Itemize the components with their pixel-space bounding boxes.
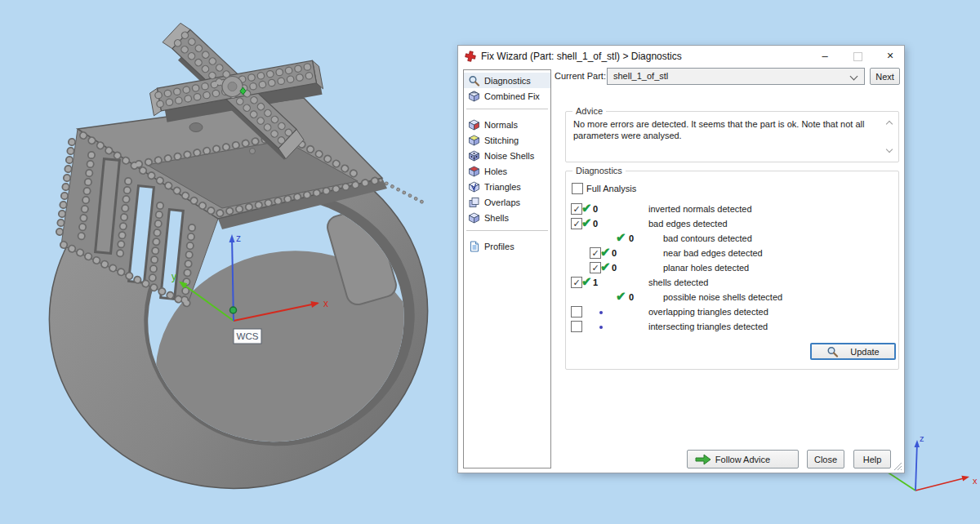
sidebar-item-diagnostics[interactable]: Diagnostics (464, 73, 550, 88)
ok-check-icon: ✔ (616, 230, 626, 245)
follow-advice-button[interactable]: Follow Advice (687, 450, 799, 468)
diagnostic-count: 1 (593, 278, 598, 287)
green-arrow-icon (694, 454, 712, 465)
diagnostic-checkbox[interactable]: ✓ (590, 262, 601, 273)
sidebar-item-label: Normals (484, 120, 518, 130)
diagnostic-row: ✓✔0inverted normals detected (566, 202, 898, 217)
sidebar-separator (466, 109, 548, 109)
full-analysis-checkbox[interactable] (572, 183, 583, 194)
sidebar-item-overlaps[interactable]: Overlaps (464, 194, 550, 210)
sidebar-item-normals[interactable]: Normals (464, 117, 550, 132)
diagnostic-count: 0 (612, 248, 617, 258)
ok-check-icon: ✔ (616, 289, 626, 304)
cube-red-face-icon (468, 119, 480, 131)
diagnostic-label: inverted normals detected (648, 204, 752, 214)
advice-title: Advice (572, 106, 606, 116)
sidebar-item-label: Combined Fix (484, 91, 540, 101)
document-icon (468, 241, 480, 252)
maximize-button[interactable] (845, 46, 870, 67)
diagnostic-checkbox[interactable]: ✓ (590, 247, 601, 259)
sidebar-item-label: Stitching (484, 135, 519, 145)
follow-advice-label: Follow Advice (715, 455, 770, 464)
diagnostic-label: near bad edges detected (663, 248, 763, 258)
scroll-down-icon[interactable] (886, 146, 893, 153)
diagnostics-groupbox: Diagnostics Full Analysis ✓✔0inverted no… (565, 171, 899, 370)
chevron-down-icon (850, 73, 858, 81)
scroll-up-icon[interactable] (886, 121, 893, 127)
ok-check-icon: ✔ (581, 215, 592, 230)
advice-text: No more errors are detected. It seems th… (573, 118, 867, 141)
help-button[interactable]: Help (853, 450, 891, 468)
application-window: y x z WCS x z (0, 0, 980, 524)
diagnostic-checkbox[interactable]: ✓ (571, 277, 582, 288)
current-part-combobox[interactable]: shell_1_of_stl (607, 68, 865, 85)
maximize-icon (853, 52, 862, 61)
ring-model[interactable] (27, 23, 450, 513)
magnifier-icon (826, 346, 839, 357)
sidebar-item-holes[interactable]: Holes (464, 163, 550, 179)
corner-axis-x-label: x (973, 476, 978, 486)
next-button[interactable]: Next (870, 68, 900, 85)
diagnostic-row: ✔0possible noise shells detected (566, 291, 898, 305)
axis-x-label: x (323, 298, 328, 309)
cubes-icon (468, 91, 480, 102)
plate-hole (189, 123, 203, 132)
ok-check-icon: ✔ (581, 274, 592, 289)
cube-icon (468, 212, 480, 224)
diagnostic-label: intersecting triangles detected (648, 322, 768, 331)
axis-z-label: z (236, 233, 241, 244)
diagnostic-count: 0 (612, 263, 617, 273)
pending-dot-icon (599, 311, 603, 314)
diagnostic-checkbox[interactable]: ✓ (571, 203, 582, 215)
origin-marker (230, 307, 237, 313)
wizard-pages-list: DiagnosticsCombined FixNormalsStitchingN… (463, 69, 551, 468)
pending-dot-icon (599, 326, 603, 329)
diagnostic-count: 0 (629, 292, 634, 302)
diagnostic-label: bad contours detected (663, 233, 752, 243)
diagnostic-checkbox[interactable] (571, 306, 582, 318)
fix-wizard-dialog: Fix Wizard (Part: shell_1_of_stl) > Diag… (457, 45, 905, 473)
diagnostic-count: 0 (593, 204, 598, 214)
resize-grip[interactable] (893, 461, 902, 471)
diagnostic-row: intersecting triangles detected (566, 320, 898, 335)
sidebar-item-stitching[interactable]: Stitching (464, 132, 550, 148)
cubes-overlap-icon (468, 197, 480, 208)
diagnostic-label: planar holes detected (663, 263, 749, 273)
diagnostic-checkbox[interactable]: ✓ (571, 218, 582, 229)
sidebar-item-shells[interactable]: Shells (464, 210, 550, 225)
diagnostic-label: possible noise shells detected (663, 292, 782, 302)
svg-text:WCS: WCS (237, 331, 259, 341)
update-button[interactable]: Update (810, 343, 896, 360)
current-part-label: Current Part: (555, 71, 606, 81)
diagnostic-label: bad edges detected (648, 219, 728, 229)
diagnostic-row: ✔0bad contours detected (566, 232, 898, 246)
dialog-title: Fix Wizard (Part: shell_1_of_stl) > Diag… (481, 51, 682, 62)
diagnostic-checkbox[interactable] (571, 321, 582, 332)
diagnostic-row: ✓✔0planar holes detected (566, 261, 898, 276)
cube-yellow-edge-icon (468, 135, 480, 146)
axis-y-label: y (172, 271, 176, 282)
ok-check-icon: ✔ (581, 201, 592, 215)
sidebar-separator (466, 230, 548, 231)
sidebar-item-triangles[interactable]: Triangles (464, 179, 550, 194)
ok-check-icon: ✔ (600, 260, 611, 274)
sidebar-item-label: Overlaps (484, 198, 520, 207)
close-dialog-button[interactable]: Close (807, 450, 844, 468)
sidebar-item-noise-shells[interactable]: Noise Shells (464, 148, 550, 163)
close-window-button[interactable]: × (878, 46, 902, 67)
corner-axis-z-label: z (920, 433, 924, 443)
current-part-value: shell_1_of_stl (613, 71, 668, 81)
sidebar-item-label: Holes (484, 167, 507, 176)
cube-red-top-icon (468, 166, 480, 177)
diagnostic-count: 0 (593, 219, 598, 229)
minimize-button[interactable]: – (813, 46, 837, 67)
sidebar-item-profiles[interactable]: Profiles (464, 238, 550, 254)
dialog-titlebar[interactable]: Fix Wizard (Part: shell_1_of_stl) > Diag… (458, 46, 904, 67)
diagnostic-row: overlapping triangles detected (566, 305, 898, 320)
advice-groupbox: Advice No more errors are detected. It s… (565, 111, 899, 162)
diagnostic-row: ✓✔0near bad edges detected (566, 246, 898, 261)
sidebar-item-label: Shells (484, 213, 509, 223)
sidebar-item-combined-fix[interactable]: Combined Fix (464, 88, 550, 104)
diagnostics-title: Diagnostics (572, 166, 626, 175)
sidebar-item-label: Diagnostics (484, 76, 531, 86)
